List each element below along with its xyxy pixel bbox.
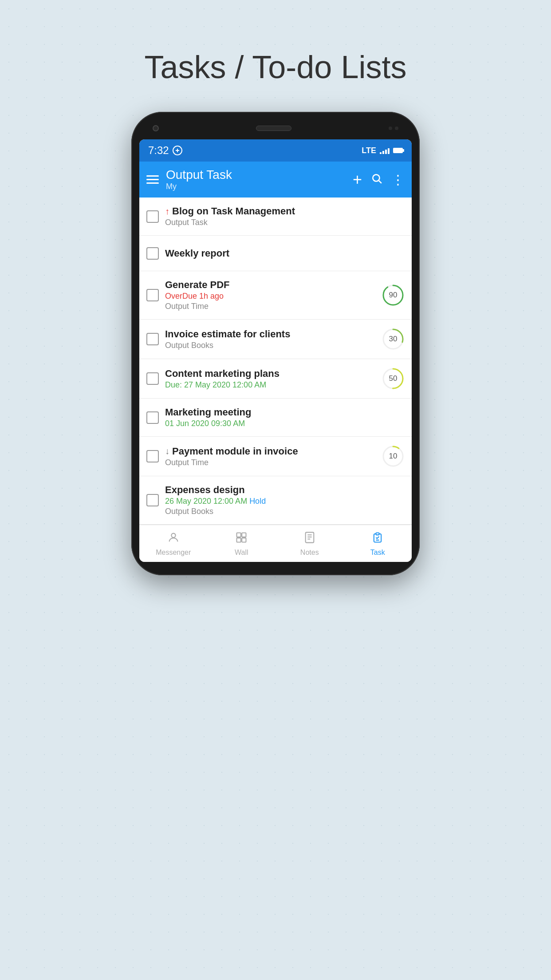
task-checkbox[interactable] bbox=[146, 333, 159, 345]
nav-item-messenger[interactable]: Messenger bbox=[139, 525, 208, 562]
add-task-button[interactable]: + bbox=[353, 170, 362, 189]
task-title-text: Payment module in invoice bbox=[172, 446, 298, 457]
svg-point-2 bbox=[373, 174, 379, 181]
nav-item-notes[interactable]: Notes bbox=[276, 525, 344, 562]
svg-rect-21 bbox=[376, 533, 379, 535]
svg-rect-13 bbox=[237, 533, 241, 537]
notes-icon bbox=[303, 531, 316, 547]
bottom-nav: Messenger Wall bbox=[139, 525, 412, 562]
task-title-text: Marketing meeting bbox=[165, 407, 251, 418]
task-category: Output Time bbox=[165, 302, 375, 311]
task-category: Output Books bbox=[165, 507, 405, 516]
nav-label-task: Task bbox=[370, 549, 385, 557]
task-item[interactable]: ↓ Payment module in invoice Output Time … bbox=[139, 437, 412, 476]
progress-circle: 10 bbox=[382, 445, 405, 468]
more-options-button[interactable]: ⋮ bbox=[391, 172, 405, 187]
task-item[interactable]: Invoice estimate for clients Output Book… bbox=[139, 320, 412, 359]
phone-screen: 7:32 LTE bbox=[139, 139, 412, 562]
speaker bbox=[256, 126, 291, 131]
task-item[interactable]: Expenses design 26 May 2020 12:00 AM Hol… bbox=[139, 476, 412, 525]
task-due-soon: Due: 27 May 2020 12:00 AM bbox=[165, 380, 375, 390]
nav-label-wall: Wall bbox=[235, 549, 248, 557]
task-checkbox[interactable] bbox=[146, 247, 159, 260]
app-name: Output Task bbox=[166, 168, 346, 182]
task-item[interactable]: Content marketing plans Due: 27 May 2020… bbox=[139, 359, 412, 399]
progress-value: 50 bbox=[389, 374, 398, 383]
task-title-text: Generate PDF bbox=[165, 279, 230, 291]
task-title-text: Invoice estimate for clients bbox=[165, 328, 290, 340]
progress-value: 30 bbox=[389, 335, 398, 344]
priority-up-icon: ↑ bbox=[165, 206, 169, 217]
app-toolbar: Output Task My + ⋮ bbox=[139, 162, 412, 198]
messenger-icon bbox=[167, 531, 180, 547]
progress-value: 10 bbox=[389, 452, 398, 461]
task-title-text: Expenses design bbox=[165, 484, 245, 496]
svg-rect-14 bbox=[242, 533, 246, 537]
nav-item-task[interactable]: Task bbox=[344, 525, 412, 562]
task-checkbox[interactable] bbox=[146, 372, 159, 385]
task-due-soon: 01 Jun 2020 09:30 AM bbox=[165, 419, 405, 428]
task-item[interactable]: Weekly report bbox=[139, 236, 412, 271]
progress-circle: 30 bbox=[382, 328, 405, 351]
task-icon bbox=[371, 531, 384, 547]
task-checkbox[interactable] bbox=[146, 450, 159, 462]
phone-shell: 7:32 LTE bbox=[131, 112, 420, 575]
app-subtitle: My bbox=[166, 182, 346, 191]
task-title-text: Blog on Task Management bbox=[172, 205, 295, 217]
task-due-hold: 26 May 2020 12:00 AM Hold bbox=[165, 497, 405, 506]
svg-line-3 bbox=[379, 180, 382, 183]
task-title-text: Weekly report bbox=[165, 248, 229, 259]
svg-rect-17 bbox=[305, 532, 314, 542]
task-checkbox[interactable] bbox=[146, 289, 159, 301]
svg-rect-15 bbox=[237, 538, 241, 542]
task-checkbox[interactable] bbox=[146, 210, 159, 223]
task-category: Output Books bbox=[165, 341, 375, 350]
battery-icon bbox=[393, 148, 403, 153]
status-bar: 7:32 LTE bbox=[139, 139, 412, 162]
nav-label-messenger: Messenger bbox=[156, 549, 191, 557]
priority-down-icon: ↓ bbox=[165, 446, 169, 456]
nav-item-wall[interactable]: Wall bbox=[208, 525, 276, 562]
progress-circle: 90 bbox=[382, 284, 405, 307]
lte-label: LTE bbox=[362, 146, 376, 155]
signal-icon bbox=[380, 147, 390, 154]
svg-rect-16 bbox=[242, 538, 246, 542]
task-category: Output Time bbox=[165, 458, 375, 467]
progress-value: 90 bbox=[389, 291, 398, 300]
task-item[interactable]: Generate PDF OverDue 1h ago Output Time … bbox=[139, 271, 412, 320]
task-category: Output Task bbox=[165, 218, 405, 227]
task-item[interactable]: Marketing meeting 01 Jun 2020 09:30 AM bbox=[139, 399, 412, 437]
search-button[interactable] bbox=[371, 172, 382, 187]
task-checkbox[interactable] bbox=[146, 494, 159, 506]
task-item[interactable]: ↑ Blog on Task Management Output Task bbox=[139, 198, 412, 236]
nav-label-notes: Notes bbox=[300, 549, 319, 557]
status-icon bbox=[173, 146, 182, 155]
page-title: Tasks / To-do Lists bbox=[145, 49, 407, 85]
task-list: ↑ Blog on Task Management Output Task We… bbox=[139, 198, 412, 525]
progress-circle: 50 bbox=[382, 367, 405, 390]
status-time: 7:32 bbox=[148, 144, 169, 157]
task-checkbox[interactable] bbox=[146, 411, 159, 424]
hamburger-menu-button[interactable] bbox=[146, 175, 159, 184]
front-camera bbox=[153, 125, 159, 131]
sensors bbox=[389, 126, 398, 130]
wall-icon bbox=[235, 531, 248, 547]
task-due-overdue: OverDue 1h ago bbox=[165, 292, 375, 301]
task-title-text: Content marketing plans bbox=[165, 368, 279, 379]
svg-point-12 bbox=[171, 533, 175, 537]
